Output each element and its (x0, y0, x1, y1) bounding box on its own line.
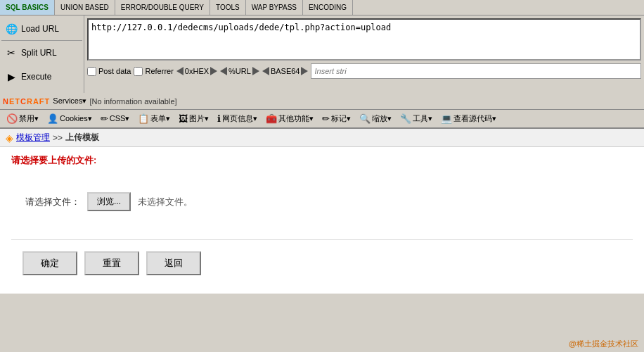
breadcrumb-current: 上传模板 (65, 132, 99, 144)
arrow-right-icon (210, 67, 217, 75)
split-icon: ✂ (6, 47, 17, 58)
arrow-left-icon2 (220, 67, 227, 75)
form-button[interactable]: 📋 表单▾ (134, 112, 174, 125)
options-bar: Post data Referrer 0xHEX %URL (87, 63, 641, 79)
netcraft-info: [No information available] (89, 97, 176, 106)
load-url-label: Load URL (21, 24, 59, 34)
view-source-button[interactable]: 💻 查看源代码▾ (437, 112, 500, 125)
tab-encoding[interactable]: ENCODING (303, 0, 353, 15)
tab-tools[interactable]: TOOLS (210, 0, 246, 15)
split-url-label: Split URL (21, 48, 57, 58)
page-info-button[interactable]: ℹ 网页信息▾ (214, 112, 261, 125)
tools-button[interactable]: 🔧 工具▾ (397, 112, 436, 125)
main-toolbar: 🌐 Load URL ✂ Split URL ▶ Execute http://… (0, 15, 644, 93)
browse-button[interactable]: 浏览... (87, 192, 131, 211)
globe-icon: 🌐 (6, 23, 17, 34)
tools-icon: 🔧 (400, 113, 411, 124)
mark-icon: ✏ (322, 113, 330, 124)
confirm-button[interactable]: 确定 (22, 251, 77, 275)
insert-string-input[interactable] (311, 63, 641, 79)
post-data-checkbox[interactable] (87, 67, 96, 76)
source-icon: 💻 (441, 113, 452, 124)
breadcrumb-icon: ◈ (6, 132, 13, 144)
breadcrumb-link[interactable]: 模板管理 (16, 132, 50, 144)
referrer-checkbox[interactable] (134, 67, 143, 76)
execute-label: Execute (21, 72, 51, 82)
css-button[interactable]: ✏ CSS▾ (97, 112, 134, 125)
arrow-right-icon3 (301, 67, 308, 75)
left-actions: 🌐 Load URL ✂ Split URL ▶ Execute (0, 15, 84, 93)
info-icon: ℹ (217, 113, 221, 124)
mark-button[interactable]: ✏ 标记▾ (318, 112, 354, 125)
main-content: ◈ 模板管理 >> 上传模板 请选择要上传的文件: 请选择文件： 浏览... 未… (0, 129, 644, 294)
execute-button[interactable]: ▶ Execute (1, 65, 82, 89)
base64-encode-button[interactable]: BASE64 (262, 67, 309, 75)
file-row: 请选择文件： 浏览... 未选择文件。 (25, 192, 633, 211)
no-file-text: 未选择文件。 (138, 196, 193, 208)
netcraft-bar: NETCRAFT Services▾ [No information avail… (0, 93, 644, 110)
play-icon: ▶ (6, 71, 17, 82)
tab-sql-basics[interactable]: SQL BASICS (0, 0, 55, 15)
breadcrumb: ◈ 模板管理 >> 上传模板 (0, 129, 644, 147)
arrow-left-icon (176, 67, 183, 75)
page-body: 请选择要上传的文件: 请选择文件： 浏览... 未选择文件。 确定 重置 返回 (0, 147, 644, 294)
tab-wap-bypass[interactable]: WAP BYPASS (246, 0, 303, 15)
file-label: 请选择文件： (25, 196, 80, 208)
load-url-button[interactable]: 🌐 Load URL (1, 17, 82, 41)
url-input[interactable]: http://127.0.0.1/dedecms/uploads/dede/tp… (87, 18, 641, 61)
netcraft-services-button[interactable]: Services▾ (53, 96, 86, 106)
toolbox-icon: 🧰 (266, 113, 277, 124)
disable-icon: 🚫 (6, 113, 18, 124)
nav-tabs: SQL BASICS UNION BASED ERROR/DOUBLE QUER… (0, 0, 644, 15)
netcraft-logo: NETCRAFT (3, 97, 50, 106)
css-icon: ✏ (101, 113, 108, 124)
bottom-buttons: 确定 重置 返回 (11, 239, 633, 287)
zoom-icon: 🔍 (359, 113, 371, 124)
watermark: @稀土掘金技术社区 (569, 339, 638, 349)
url-encode-button[interactable]: %URL (220, 67, 259, 75)
url-area: http://127.0.0.1/dedecms/uploads/dede/tp… (84, 15, 644, 93)
back-button[interactable]: 返回 (146, 251, 201, 275)
referrer-checkbox-label[interactable]: Referrer (134, 67, 173, 76)
required-notice: 请选择要上传的文件: (11, 154, 633, 167)
tab-error-double[interactable]: ERROR/DOUBLE QUERY (115, 0, 210, 15)
split-url-button[interactable]: ✂ Split URL (1, 41, 82, 65)
extension-toolbar: 🚫 禁用▾ 👤 Cookies▾ ✏ CSS▾ 📋 表单▾ 🖼 图片▾ ℹ 网页… (0, 110, 644, 128)
cookies-icon: 👤 (47, 113, 58, 124)
post-data-checkbox-label[interactable]: Post data (87, 67, 131, 76)
file-upload-section: 请选择文件： 浏览... 未选择文件。 (11, 178, 633, 225)
zoom-button[interactable]: 🔍 缩放▾ (356, 112, 395, 125)
cookies-button[interactable]: 👤 Cookies▾ (44, 112, 96, 125)
arrow-left-icon3 (262, 67, 269, 75)
arrow-right-icon2 (252, 67, 259, 75)
breadcrumb-separator: >> (53, 133, 63, 143)
images-button[interactable]: 🖼 图片▾ (175, 112, 212, 125)
disable-button[interactable]: 🚫 禁用▾ (3, 112, 42, 125)
tab-union-based[interactable]: UNION BASED (55, 0, 115, 15)
reset-button[interactable]: 重置 (84, 251, 139, 275)
images-icon: 🖼 (179, 113, 188, 124)
hex-encode-button[interactable]: 0xHEX (176, 67, 217, 75)
more-features-button[interactable]: 🧰 其他功能▾ (262, 112, 317, 125)
form-icon: 📋 (138, 113, 149, 124)
